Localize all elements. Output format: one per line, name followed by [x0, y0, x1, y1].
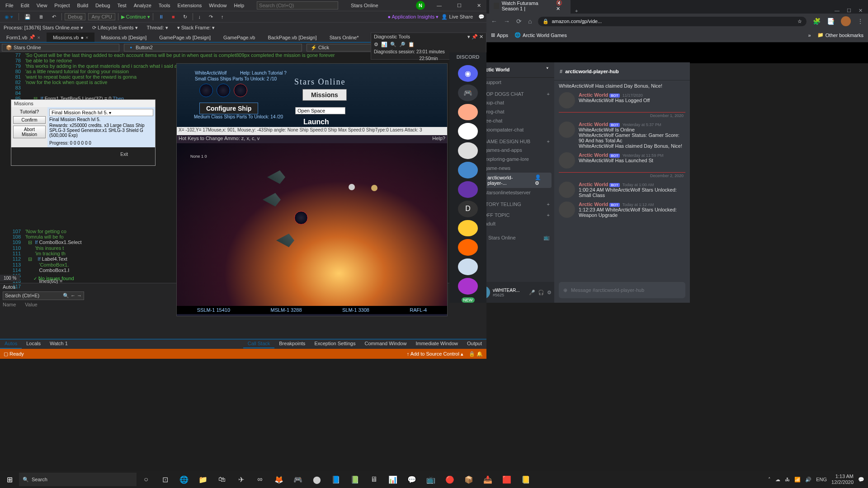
tray-cloud-icon[interactable]: ☁: [775, 477, 780, 483]
vs-icon[interactable]: ∞: [250, 471, 269, 488]
avatar[interactable]: [559, 92, 575, 108]
reload-icon[interactable]: ⟳: [516, 18, 522, 25]
tray-network-icon[interactable]: 🖧: [785, 477, 790, 482]
app-icon-2[interactable]: 📗: [345, 471, 364, 488]
tab-backpage[interactable]: BackPage.vb [Design]: [261, 33, 323, 42]
new-tab-icon[interactable]: +: [571, 8, 582, 14]
back-icon[interactable]: ◉ ▾: [2, 13, 16, 21]
mission-combo[interactable]: Final Mission Reach lvl 5. ▾: [49, 109, 153, 116]
tutorial-link[interactable]: Help: Launch Tutorial ?: [240, 70, 287, 75]
telegram-icon[interactable]: ✈: [231, 471, 250, 488]
menu-build[interactable]: Build: [74, 2, 92, 9]
btab-callstack[interactable]: Call Stack: [243, 339, 275, 348]
profile-avatar[interactable]: [841, 16, 851, 26]
app-icon-4[interactable]: 📊: [383, 471, 402, 488]
target-1[interactable]: [294, 211, 308, 225]
add-attachment-icon[interactable]: ⊕: [563, 287, 567, 293]
avatar[interactable]: [559, 122, 575, 138]
step-out-icon[interactable]: ↑: [218, 13, 226, 20]
channel-lore[interactable]: #exploring-game-lore: [475, 155, 554, 164]
missions-button[interactable]: Missions: [302, 89, 347, 101]
menu-view[interactable]: View: [33, 2, 51, 9]
tab-gamepage-design[interactable]: GamePage.vb [Design]: [153, 33, 217, 42]
ship-icon-2[interactable]: [217, 84, 230, 97]
settings-icon[interactable]: ⚙: [547, 290, 552, 296]
apps-button[interactable]: ⊞ Apps: [491, 32, 508, 38]
server-4[interactable]: [458, 142, 478, 159]
btab-exception[interactable]: Exception Settings: [310, 339, 360, 348]
step-icon[interactable]: ↓: [196, 13, 204, 20]
store-icon[interactable]: 🛍: [212, 471, 231, 488]
extensions-icon[interactable]: 🧩: [813, 18, 821, 25]
channel-adult[interactable]: #adult: [475, 219, 554, 228]
menu-debug[interactable]: Debug: [92, 2, 113, 9]
btab-breakpoints[interactable]: Breakpoints: [274, 339, 310, 348]
player-ship[interactable]: [276, 234, 294, 247]
btab-command[interactable]: Command Window: [360, 339, 411, 348]
back-button[interactable]: ←: [491, 18, 497, 25]
configure-button[interactable]: Configure Ship: [199, 103, 258, 114]
nav-scope[interactable]: 📦 Stars Online: [2, 44, 119, 52]
platform-combo[interactable]: Any CPU: [88, 13, 115, 20]
channel-frog[interactable]: #frog-chat: [475, 107, 554, 116]
chrome-min-icon[interactable]: —: [835, 8, 840, 14]
firefox-icon[interactable]: 🦊: [269, 471, 288, 488]
autos-search[interactable]: Search (Ctrl+E)🔍 ← →: [3, 291, 84, 300]
app-icon-6[interactable]: 🟥: [497, 471, 516, 488]
source-control[interactable]: ↑ Add to Source Control ▴: [407, 351, 463, 357]
chrome-menu-icon[interactable]: ⋮: [857, 18, 863, 25]
server-3[interactable]: [458, 123, 478, 140]
channel-games[interactable]: #games-and-apps: [475, 145, 554, 155]
server-8[interactable]: [458, 220, 478, 237]
btab-locals[interactable]: Locals: [22, 339, 45, 349]
server-9[interactable]: [458, 239, 478, 256]
app-icon-1[interactable]: 📘: [326, 471, 345, 488]
tray-clock[interactable]: 1:13 AM12/2/2020: [831, 474, 854, 485]
channel-player-hub[interactable]: #arcticworld-player-... 👤 ⚙: [477, 173, 552, 188]
stop-icon[interactable]: ■: [169, 13, 178, 20]
tray-wifi-icon[interactable]: 📶: [794, 477, 801, 483]
help-link[interactable]: Help?: [432, 136, 445, 143]
channel-pup[interactable]: #pup-chat: [475, 98, 554, 107]
channel-lee[interactable]: #lee-chat: [475, 116, 554, 125]
close-icon[interactable]: ✕: [473, 2, 485, 9]
notifications-icon[interactable]: 🔒 🔔: [469, 351, 483, 357]
menu-window[interactable]: Window: [205, 2, 230, 9]
avatar[interactable]: [559, 202, 575, 218]
undo-icon[interactable]: ↶: [49, 13, 59, 21]
btab-autos[interactable]: Autos: [0, 339, 22, 349]
enemy-ship-1[interactable]: [267, 170, 285, 184]
zoom-level[interactable]: 100 %: [0, 275, 20, 282]
app-icon-7[interactable]: 📒: [516, 471, 535, 488]
map-combo[interactable]: Open Space: [295, 107, 345, 114]
minimize-icon[interactable]: —: [433, 2, 445, 9]
tab-starsonline[interactable]: Stars Online*: [323, 33, 365, 42]
deafen-icon[interactable]: 🎧: [538, 290, 544, 296]
minecraft-icon[interactable]: 📦: [459, 471, 478, 488]
discord-home-icon[interactable]: ◉: [458, 65, 478, 82]
diag-close-icon[interactable]: ▾ 📌 ✕: [467, 34, 483, 40]
explorer-icon[interactable]: 📁: [193, 471, 212, 488]
server-7[interactable]: D: [458, 201, 478, 217]
ship-icon-1[interactable]: [199, 84, 213, 97]
menu-extensions[interactable]: Extensions: [174, 2, 206, 9]
chrome-icon[interactable]: 🌐: [175, 471, 193, 488]
continue-button[interactable]: ▶ Continue ▾: [121, 14, 150, 20]
avatar[interactable]: [559, 152, 575, 169]
btab-output[interactable]: Output: [462, 339, 486, 348]
tab-missions-design[interactable]: Missions.vb [Design]: [94, 33, 153, 42]
menu-project[interactable]: Project: [51, 2, 73, 9]
mute-icon[interactable]: 🎤: [529, 290, 535, 296]
saveall-icon[interactable]: 🗎: [36, 13, 47, 20]
config-combo[interactable]: Debug: [65, 13, 85, 20]
bookmark-arctic[interactable]: 🌐 Arctic World Games: [514, 32, 567, 38]
forward-button[interactable]: →: [504, 18, 510, 25]
user-badge[interactable]: N: [416, 1, 425, 10]
live-share[interactable]: 👤 Live Share: [441, 14, 473, 20]
restart-icon[interactable]: ↻: [180, 13, 190, 21]
home-icon[interactable]: ⌂: [528, 18, 532, 25]
discord-icon[interactable]: 💬: [402, 471, 421, 488]
app-insights[interactable]: ● Application Insights ▾: [387, 14, 439, 20]
start-button[interactable]: ⊞: [0, 471, 19, 488]
cat-offtopic[interactable]: ˅ OFF TOPIC+: [475, 208, 554, 219]
